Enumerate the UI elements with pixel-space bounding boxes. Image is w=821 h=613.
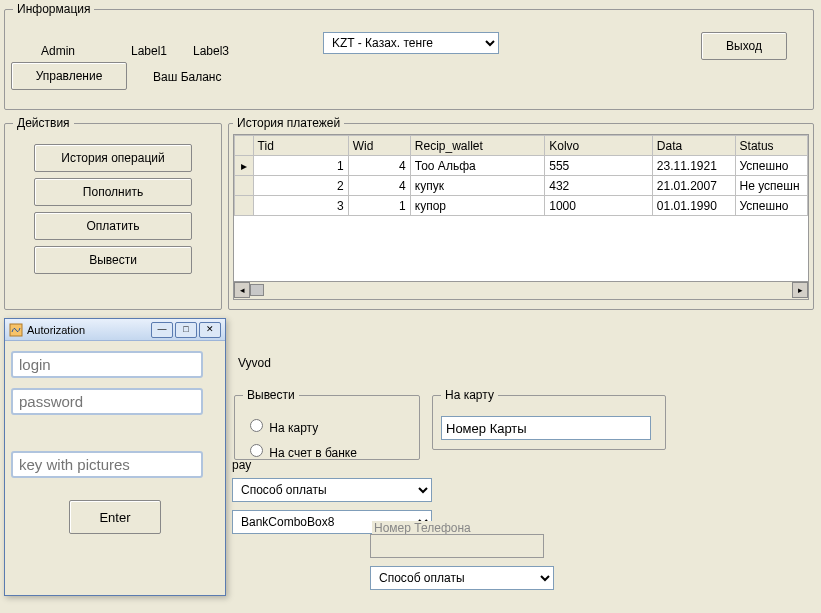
oncard-legend: На карту: [441, 388, 498, 402]
payment-method-select-2[interactable]: Способ оплаты: [370, 566, 554, 590]
horizontal-scrollbar[interactable]: ◂ ▸: [233, 282, 809, 300]
authorization-window: Autorization — □ ✕ Enter: [4, 318, 226, 596]
table-row[interactable]: ▸ 1 4 Тоо Альфа 555 23.11.1921 Успешно: [235, 156, 808, 176]
deposit-button[interactable]: Пополнить: [34, 178, 192, 206]
withdraw-legend: Вывести: [243, 388, 299, 402]
close-icon[interactable]: ✕: [199, 322, 221, 338]
col-tid[interactable]: Tid: [253, 136, 348, 156]
row-marker-header: [235, 136, 254, 156]
radio-to-card[interactable]: На карту: [245, 416, 409, 435]
actions-groupbox: Действия История операций Пополнить Опла…: [4, 116, 222, 310]
info-groupbox: Информация Admin Label1 Label3 KZT - Каз…: [4, 2, 814, 110]
window-titlebar[interactable]: Autorization — □ ✕: [5, 319, 225, 341]
balance-label: Ваш Баланс: [153, 70, 222, 84]
col-kolvo[interactable]: Kolvo: [545, 136, 653, 156]
password-input[interactable]: [11, 388, 203, 415]
actions-legend: Действия: [13, 116, 74, 130]
phone-label: Номер Телефона: [372, 521, 473, 535]
scroll-left-icon[interactable]: ◂: [234, 282, 250, 298]
radio-to-card-input[interactable]: [250, 419, 263, 432]
exit-button[interactable]: Выход: [701, 32, 787, 60]
app-icon: [9, 323, 23, 337]
currency-select[interactable]: KZT - Казах. тенге: [323, 32, 499, 54]
enter-button[interactable]: Enter: [69, 500, 161, 534]
col-status[interactable]: Status: [735, 136, 807, 156]
history-legend: История платежей: [233, 116, 344, 130]
card-number-input[interactable]: [441, 416, 651, 440]
table-row[interactable]: 2 4 купук 432 21.01.2007 Не успешн: [235, 176, 808, 196]
radio-to-bank[interactable]: На счет в банке: [245, 441, 409, 460]
withdraw-groupbox: Вывести На карту На счет в банке: [234, 388, 420, 460]
payment-method-select[interactable]: Способ оплаты: [232, 478, 432, 502]
col-wid[interactable]: Wid: [348, 136, 410, 156]
label1-label: Label1: [131, 44, 167, 58]
vyvod-groupbox: Vyvod Вывести На карту На счет в банке Н…: [228, 356, 814, 452]
label3-label: Label3: [193, 44, 229, 58]
pay-label: pay: [232, 458, 251, 472]
history-groupbox: История платежей Tid Wid Recip_wallet Ko…: [228, 116, 814, 310]
history-table[interactable]: Tid Wid Recip_wallet Kolvo Data Status ▸…: [234, 135, 808, 216]
info-legend: Информация: [13, 2, 94, 16]
col-recip[interactable]: Recip_wallet: [410, 136, 544, 156]
maximize-icon[interactable]: □: [175, 322, 197, 338]
scroll-right-icon[interactable]: ▸: [792, 282, 808, 298]
radio-to-bank-input[interactable]: [250, 444, 263, 457]
oncard-groupbox: На карту: [432, 388, 666, 450]
key-input[interactable]: [11, 451, 203, 478]
minimize-icon[interactable]: —: [151, 322, 173, 338]
withdraw-button[interactable]: Вывести: [34, 246, 192, 274]
row-selector-icon: ▸: [235, 156, 254, 176]
scroll-thumb[interactable]: [250, 284, 264, 296]
history-table-wrap: Tid Wid Recip_wallet Kolvo Data Status ▸…: [233, 134, 809, 282]
admin-label: Admin: [41, 44, 75, 58]
col-data[interactable]: Data: [652, 136, 735, 156]
login-input[interactable]: [11, 351, 203, 378]
pay-button[interactable]: Оплатить: [34, 212, 192, 240]
window-title: Autorization: [27, 324, 149, 336]
manage-button[interactable]: Управление: [11, 62, 127, 90]
history-button[interactable]: История операций: [34, 144, 192, 172]
table-row[interactable]: 3 1 купор 1000 01.01.1990 Успешно: [235, 196, 808, 216]
vyvod-legend: Vyvod: [234, 356, 275, 370]
phone-input[interactable]: [370, 534, 544, 558]
